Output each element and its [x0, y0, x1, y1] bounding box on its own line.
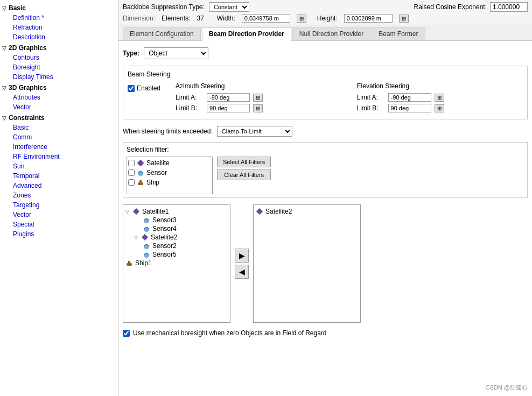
elevation-limit-b-row: Limit B: ⊞ — [357, 104, 523, 112]
elevation-limit-a-row: Limit A: ⊞ — [357, 93, 523, 102]
list-item-sensor5: Sensor5 — [125, 250, 228, 259]
tab-beam-direction[interactable]: Beam Direction Provider — [202, 27, 291, 41]
azimuth-limit-b-row: Limit B: ⊞ — [176, 104, 341, 112]
arrow-left-button[interactable]: ◀ — [235, 265, 249, 279]
tab-null-direction[interactable]: Null Direction Provider — [292, 27, 370, 40]
list-item-satellite2-sub: ▽ Satellite2 — [125, 233, 228, 242]
object-lists-row: ▽ Satellite1 Sensor3 Sensor4 — [123, 204, 528, 323]
filter-sensor-checkbox[interactable] — [128, 169, 135, 176]
height-unit-btn[interactable]: ⊞ — [399, 15, 409, 23]
sidebar-item-temporal[interactable]: Temporal — [0, 171, 118, 181]
tab-beam-former[interactable]: Beam Former — [372, 27, 425, 40]
sidebar-item-description[interactable]: Description — [0, 32, 118, 42]
main-content: Backlobe Suppression Type: Constant Vari… — [118, 0, 532, 396]
satellite2-selected-label: Satellite2 — [265, 208, 292, 215]
sidebar-group-3d[interactable]: ▽ 3D Graphics — [0, 83, 118, 93]
sidebar-item-contours[interactable]: Contours — [0, 53, 118, 62]
elevation-limit-b-input[interactable] — [388, 104, 431, 112]
when-steering-label: When steering limits exceeded: — [123, 128, 213, 135]
list-item-ship1: Ship1 — [125, 259, 228, 267]
sidebar-group-2d[interactable]: ▽ 2D Graphics — [0, 43, 118, 53]
selected-objects-list[interactable]: Satellite2 — [253, 204, 361, 323]
sidebar-group-3d-label: 3D Graphics — [9, 84, 47, 91]
filter-ship-checkbox[interactable] — [128, 179, 135, 186]
type-label: Type: — [123, 49, 139, 57]
ship-icon — [137, 179, 144, 186]
sensor4-icon — [143, 225, 150, 232]
beam-steering-body: Enabled Azimuth Steering Limit A: ⊞ Limi… — [128, 82, 523, 115]
elevation-title: Elevation Steering — [357, 82, 523, 90]
ship1-label: Ship1 — [135, 259, 152, 267]
sidebar-item-comm[interactable]: Comm — [0, 132, 118, 142]
dimension-row: Dimension: Elements: 37 Width: ⊞ Height:… — [123, 14, 528, 23]
sidebar-item-sun[interactable]: Sun — [0, 161, 118, 171]
sidebar-item-vector-c[interactable]: Vector — [0, 210, 118, 220]
width-unit-btn[interactable]: ⊞ — [297, 15, 306, 23]
arrow-buttons: ▶ ◀ — [235, 249, 249, 279]
svg-rect-22 — [127, 263, 132, 266]
width-label: Width: — [217, 15, 235, 22]
sidebar-item-rf-environment[interactable]: RF Environment — [0, 152, 118, 161]
elevation-limit-a-unit-btn[interactable]: ⊞ — [435, 94, 444, 102]
elevation-limit-a-input[interactable] — [388, 93, 431, 102]
enabled-label: Enabled — [137, 84, 160, 92]
sidebar-item-attributes[interactable]: Attributes — [0, 93, 118, 102]
sidebar-group-constraints-label: Constraints — [9, 114, 45, 122]
expand-satellite1-icon: ▽ — [125, 209, 129, 214]
azimuth-limit-a-input[interactable] — [207, 93, 250, 102]
filter-satellite-checkbox[interactable] — [128, 160, 135, 166]
type-row: Type: Object Fixed Track — [123, 47, 528, 59]
available-objects-list[interactable]: ▽ Satellite1 Sensor3 Sensor4 — [123, 204, 230, 323]
raised-cosine-input[interactable] — [490, 2, 528, 12]
clear-all-filters-button[interactable]: Clear All Filters — [217, 169, 271, 180]
elevation-limit-a-label: Limit A: — [357, 94, 385, 101]
sidebar-group-basic[interactable]: ▽ Basic — [0, 3, 118, 13]
sidebar-item-plugins[interactable]: Plugins — [0, 229, 118, 239]
sensor3-icon — [143, 216, 150, 224]
azimuth-limit-b-input[interactable] — [207, 104, 250, 112]
mechanical-boresight-checkbox[interactable] — [123, 330, 130, 337]
sidebar-item-boresight[interactable]: Boresight — [0, 62, 118, 72]
enabled-checkbox[interactable] — [128, 85, 135, 92]
width-input[interactable] — [242, 14, 290, 23]
enabled-cb: Enabled — [128, 84, 160, 92]
satellite1-icon — [132, 208, 140, 215]
sidebar-section-2d-graphics: ▽ 2D Graphics Contours Boresight Display… — [0, 43, 118, 82]
elements-value: 37 — [197, 15, 204, 22]
elevation-limit-b-unit-btn[interactable]: ⊞ — [435, 104, 444, 112]
sensor4-label: Sensor4 — [152, 225, 177, 232]
azimuth-limit-a-unit-btn[interactable]: ⊞ — [253, 94, 263, 102]
sidebar-item-interference[interactable]: Interference — [0, 142, 118, 152]
filter-ship-label: Ship — [137, 179, 159, 186]
azimuth-limit-a-row: Limit A: ⊞ — [176, 93, 341, 102]
backlobe-dropdown[interactable]: Constant Variable — [209, 2, 249, 12]
list-item-sensor3: Sensor3 — [125, 216, 228, 224]
satellite2-selected-icon — [256, 208, 263, 215]
sidebar-group-constraints[interactable]: ▽ Constraints — [0, 113, 118, 123]
sidebar-item-targeting[interactable]: Targeting — [0, 200, 118, 210]
sensor2-icon — [143, 242, 150, 250]
azimuth-title: Azimuth Steering — [176, 82, 341, 90]
height-input[interactable] — [344, 14, 393, 23]
sidebar-item-special[interactable]: Special — [0, 220, 118, 229]
tab-element-config[interactable]: Element Configuration — [123, 27, 201, 40]
sidebar-item-vector-3d[interactable]: Vector — [0, 102, 118, 112]
azimuth-limit-b-unit-btn[interactable]: ⊞ — [253, 104, 263, 112]
sidebar-item-definition[interactable]: Definition * — [0, 13, 118, 23]
sidebar: ▽ Basic Definition * Refraction Descript… — [0, 0, 118, 396]
sidebar-item-advanced[interactable]: Advanced — [0, 181, 118, 190]
select-all-filters-button[interactable]: Select All Filters — [217, 157, 271, 167]
sidebar-item-display-times[interactable]: Display Times — [0, 72, 118, 82]
type-dropdown[interactable]: Object Fixed Track — [144, 47, 208, 59]
sidebar-item-basic-c[interactable]: Basic — [0, 123, 118, 132]
backlobe-section: Backlobe Suppression Type: Constant Vari… — [123, 2, 249, 12]
svg-rect-23 — [128, 261, 130, 263]
clamp-dropdown[interactable]: Clamp-To-Limit Stop Tracking — [217, 126, 292, 137]
sidebar-item-refraction[interactable]: Refraction — [0, 23, 118, 32]
satellite2-sub-icon — [141, 234, 149, 241]
arrow-right-button[interactable]: ▶ — [235, 249, 249, 263]
beam-steering-section: Beam Steering Enabled Azimuth Steering L… — [123, 66, 528, 119]
filter-item-ship: Ship — [128, 178, 211, 187]
filter-item-sensor: Sensor — [128, 168, 211, 178]
sidebar-item-zones[interactable]: Zones — [0, 190, 118, 200]
